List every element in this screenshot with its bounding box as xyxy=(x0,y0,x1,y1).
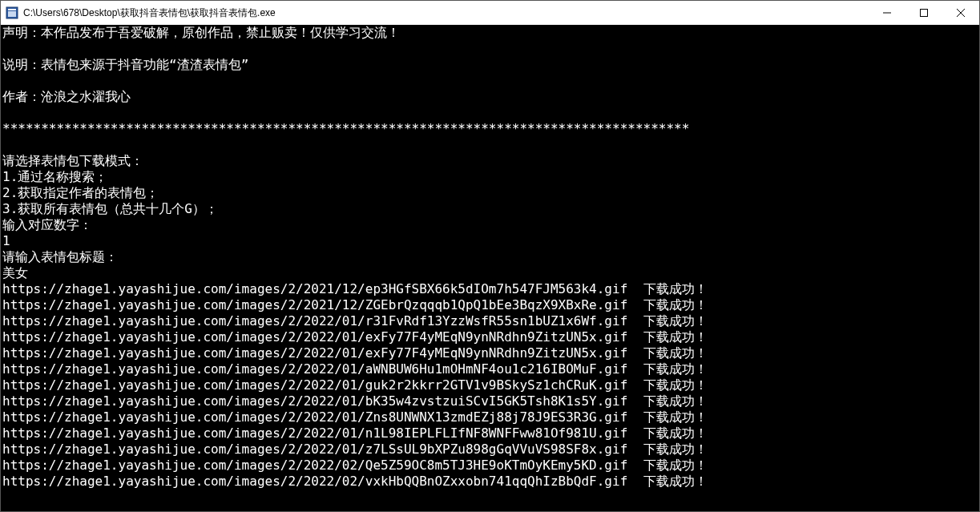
close-button[interactable] xyxy=(942,1,979,25)
console-line: 请输入表情包标题： xyxy=(2,249,978,265)
download-line: https://zhage1.yayashijue.com/images/2/2… xyxy=(2,297,978,313)
minimize-button[interactable] xyxy=(869,1,905,25)
console-line: 2.获取指定作者的表情包； xyxy=(2,185,978,201)
window-controls xyxy=(869,1,979,25)
download-line: https://zhage1.yayashijue.com/images/2/2… xyxy=(2,441,978,458)
console-output[interactable]: 声明：本作品发布于吾爱破解，原创作品，禁止贩卖！仅供学习交流！ 说明：表情包来源… xyxy=(1,25,979,511)
console-line: 美女 xyxy=(2,265,978,281)
svg-rect-4 xyxy=(921,10,928,17)
download-line: https://zhage1.yayashijue.com/images/2/2… xyxy=(2,409,978,425)
console-line: 作者：沧浪之水濯我心 xyxy=(2,89,978,105)
console-line: 1.通过名称搜索； xyxy=(2,169,978,185)
download-line: https://zhage1.yayashijue.com/images/2/2… xyxy=(2,377,978,393)
console-line xyxy=(2,137,978,153)
download-line: https://zhage1.yayashijue.com/images/2/2… xyxy=(2,361,978,377)
titlebar[interactable]: C:\Users\678\Desktop\获取抖音表情包\获取抖音表情包.exe xyxy=(1,1,979,25)
console-line: 声明：本作品发布于吾爱破解，原创作品，禁止贩卖！仅供学习交流！ xyxy=(2,25,978,41)
app-icon xyxy=(6,6,18,19)
svg-rect-2 xyxy=(8,11,16,17)
minimize-icon xyxy=(883,9,891,17)
console-line: 1 xyxy=(2,233,978,249)
console-line: 输入对应数字： xyxy=(2,217,978,233)
console-line: 请选择表情包下载模式： xyxy=(2,153,978,169)
svg-rect-1 xyxy=(8,9,16,10)
maximize-button[interactable] xyxy=(905,1,942,25)
download-line: https://zhage1.yayashijue.com/images/2/2… xyxy=(2,425,978,441)
console-line: ****************************************… xyxy=(2,121,978,137)
console-line: 3.获取所有表情包（总共十几个G）； xyxy=(2,201,978,217)
console-line: 说明：表情包来源于抖音功能“渣渣表情包” xyxy=(2,57,978,73)
app-window: C:\Users\678\Desktop\获取抖音表情包\获取抖音表情包.exe… xyxy=(0,0,980,512)
download-line: https://zhage1.yayashijue.com/images/2/2… xyxy=(2,458,978,474)
console-line xyxy=(2,105,978,121)
close-icon xyxy=(957,9,965,17)
download-line: https://zhage1.yayashijue.com/images/2/2… xyxy=(2,329,978,345)
download-line: https://zhage1.yayashijue.com/images/2/2… xyxy=(2,313,978,329)
download-line: https://zhage1.yayashijue.com/images/2/2… xyxy=(2,474,978,490)
console-line xyxy=(2,73,978,89)
console-line xyxy=(2,41,978,57)
download-line: https://zhage1.yayashijue.com/images/2/2… xyxy=(2,345,978,361)
download-line: https://zhage1.yayashijue.com/images/2/2… xyxy=(2,281,978,297)
download-line: https://zhage1.yayashijue.com/images/2/2… xyxy=(2,393,978,409)
window-title: C:\Users\678\Desktop\获取抖音表情包\获取抖音表情包.exe xyxy=(23,6,276,20)
maximize-icon xyxy=(920,9,928,17)
